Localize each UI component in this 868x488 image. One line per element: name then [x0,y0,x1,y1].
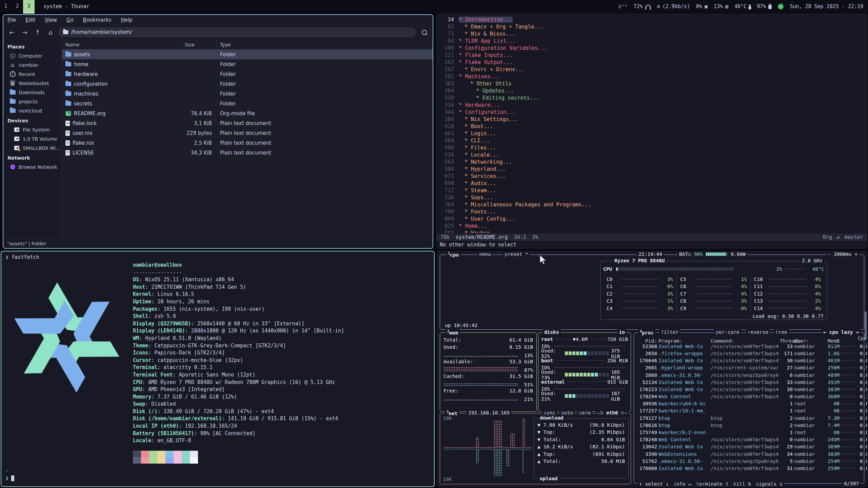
org-line[interactable]: 534* Locale... [436,151,867,158]
org-line[interactable]: 484* CLI... [436,137,867,144]
proc-sort-selector[interactable]: ← cpu lazy → [822,329,861,335]
tab-mem[interactable]: 2mem [446,329,460,336]
net-sync-button[interactable]: sync [542,410,557,415]
sidebar-item-recent[interactable]: Recent [3,69,62,79]
org-line[interactable]: 34* Introduction... [436,16,867,23]
proc-row[interactable]: 2660.emacs-31.0.50-/nix/store/wnqz5pa8ra… [634,371,864,379]
proc-column-header[interactable]: Command: [711,338,778,344]
home-button[interactable]: ⌂ [45,27,56,37]
org-line[interactable]: 825* Home... [436,222,867,229]
btop-preset-button[interactable]: preset * [503,251,530,257]
sidebar-item-file-system[interactable]: File System [3,125,62,134]
proc-row[interactable]: 52134Isolated Web Co/nix/store/sm8fmrf3w… [634,379,864,386]
proc-column-header[interactable]: Program: [658,338,709,344]
org-line[interactable]: 304* Updates... [436,87,867,94]
proc-column-header[interactable]: User: [794,338,821,344]
org-line[interactable]: 71* Nix & Nixos... [436,30,867,37]
org-line[interactable]: 499* Files... [436,144,867,151]
proc-row[interactable]: 176223Isolated Web Co/nix/store/sm8fmrf3… [634,386,864,393]
proc-row[interactable]: 178294Web Content/nix/store/sm8fmrf3wps4… [634,393,864,400]
btop-menu-button[interactable]: menu [477,251,493,257]
menu-view[interactable]: View [45,17,57,23]
proc-footer-kill[interactable]: kill k [733,481,751,487]
file-row[interactable]: README.org76,4 KiBOrg-mode file [62,108,433,118]
path-bar[interactable]: /home/nambiar/system/ [58,27,416,37]
sidebar-item-nextcloud[interactable]: nextcloud [3,106,62,115]
org-line[interactable]: 316* Hardware... [436,101,867,108]
proc-footer-[interactable]: ↑ select ↓ [639,481,669,487]
proc-row[interactable]: 13642Isolated Web Co/nix/store/sm8fmrf3w… [634,443,864,450]
proc-row[interactable]: 52368Isolated Web Co/nix/store/sm8fmrf3w… [634,343,864,350]
org-line[interactable]: 344* Configuration... [436,108,867,116]
shell-input-line[interactable]: ❯ [5,475,14,481]
column-header-name[interactable]: Name [62,40,181,49]
proc-percore-toggle[interactable]: per-core [714,329,741,335]
file-row[interactable]: flake.nix2,5 KiBPlain text document [62,138,433,148]
org-line[interactable]: 282* Machines... [436,73,867,80]
file-row[interactable]: user.nix229 bytesPlain text document [62,128,433,138]
disks-io-toggle[interactable]: io [617,329,627,335]
sidebar-item-projects[interactable]: projects [3,97,62,106]
tab-cpu[interactable]: 1cpu [446,251,460,258]
proc-row[interactable]: 2601.Hyprland-wrapp/run/current-system/s… [634,364,864,371]
status-battery[interactable]: 97% [757,3,772,9]
org-line[interactable]: 799* Fonts... [436,208,867,215]
org-line[interactable]: 461* Login... [436,130,867,137]
org-line[interactable]: 698* Audio... [436,180,867,187]
status-cpu[interactable]: 0%▣ [696,3,708,9]
proc-footer-signals[interactable]: signals s [756,481,783,487]
org-line[interactable]: 384* Nix Settings... [436,116,867,123]
sidebar-item-smallbox-wi-[interactable]: SMALLBOX Wi... [3,143,62,152]
org-line[interactable]: 563* Networking... [436,158,867,165]
file-row[interactable]: assetsFolder [62,49,433,59]
menu-go[interactable]: Go [66,17,74,23]
net-interface[interactable]: ←b eth0 n→ [596,410,629,415]
proc-column-header[interactable]: Threads: [780,338,793,344]
file-row[interactable]: configurationFolder [62,79,433,89]
org-line[interactable]: 162* Flake Output... [436,59,867,66]
status-clock[interactable]: Sun, 28 Sep 2025 - 22:19 [790,3,863,9]
org-line[interactable]: 428* Boot... [436,123,867,130]
menu-file[interactable]: File [7,17,16,23]
org-line[interactable]: 855* Waubar... [436,229,867,233]
org-line[interactable]: 109* Configuration Variables... [436,44,867,52]
org-line[interactable]: 303* Other Utils [436,80,867,87]
tab-proc[interactable]: 4proc [638,329,655,336]
proc-row[interactable]: 177257kworker/10:1-mm_1root0B0.0 [634,407,864,414]
proc-column-header[interactable]: Pid: [636,338,657,344]
back-button[interactable]: ← [7,27,17,37]
sidebar-item-downloads[interactable]: Downloads [3,88,62,97]
proc-row[interactable]: 3390WebExtensions/nix/store/sm8fmrf3wps4… [634,450,864,458]
proc-row[interactable]: 176646Isolated Web Co/nix/store/sm8fmrf3… [634,357,864,364]
search-button[interactable] [419,27,429,37]
file-row[interactable]: secretsFolder [62,99,433,108]
net-auto-button[interactable]: auto [559,410,575,415]
workspace-3[interactable]: 3 [23,0,35,14]
up-button[interactable]: ↑ [33,27,43,37]
workspace-2[interactable]: 2 [12,0,23,13]
proc-column-header[interactable]: MemB [822,338,840,344]
workspace-1[interactable]: 1 [0,0,12,13]
proc-footer-info[interactable]: info ↵ [673,481,691,487]
file-row[interactable]: flake.lock3,1 KiBPlain text document [62,118,433,128]
sidebar-item-nambiar[interactable]: ⌂nambiar [3,60,62,69]
proc-row[interactable]: 51762.emacs-31.0.50-/nix/store/wnqz5pa8r… [634,458,864,465]
proc-row[interactable]: 175749kworker/6:2-even1root0B0.0 [634,429,864,436]
org-line[interactable]: 93* TLDR App List... [436,37,867,44]
proc-row[interactable]: 179127btopbtop2nambiar7.3M0.0 [634,414,864,422]
menu-help[interactable]: Help [121,17,132,23]
proc-row[interactable]: 178616btopbtop2nambiar7.4M0.0 [634,422,864,429]
column-header-size[interactable]: Size [181,40,217,49]
proc-tree-toggle[interactable]: tree [774,329,789,335]
proc-row[interactable]: 38936kworker/u64:6-kc1root0B0.0 [634,400,864,407]
status-memory[interactable]: 13%▤ [714,3,728,9]
sidebar-item-browse-network[interactable]: Browse Network [3,162,62,171]
status-network[interactable]: ∅(2.9kb/s) [657,3,690,9]
column-header-type[interactable]: Type [217,40,433,49]
status-temperature[interactable]: 46°C [734,3,751,9]
org-line[interactable]: 736* Sops... [436,194,867,201]
org-line[interactable]: 764* Miscellaneous Packages and Programs… [436,201,867,208]
menu-bookmarks[interactable]: Bookmarks [83,17,112,23]
status-idle-indicator[interactable]: zᶻᶻ [618,3,627,9]
update-interval[interactable]: - 2000ms + [826,251,859,257]
